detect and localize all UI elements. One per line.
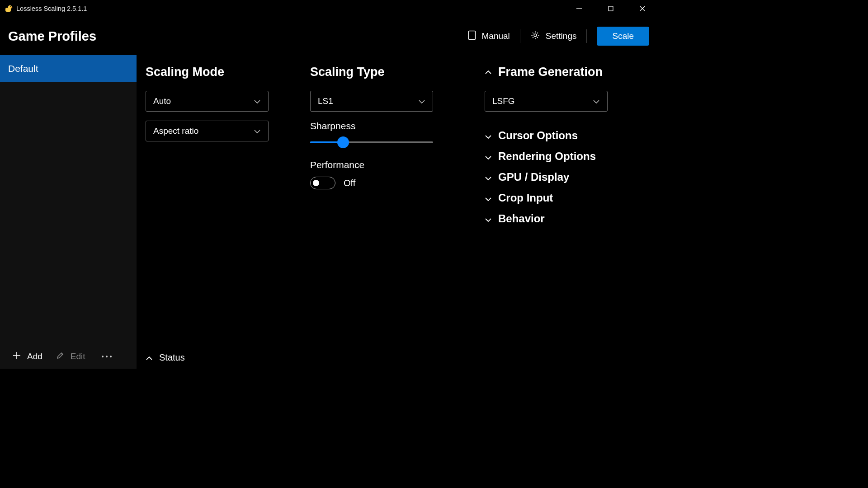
svg-point-8 [534, 34, 537, 37]
chevron-down-icon [485, 212, 492, 225]
manual-button[interactable]: Manual [458, 25, 519, 47]
accordion-behavior[interactable]: Behavior [485, 208, 649, 229]
body: Default Add Edit [0, 55, 658, 369]
slider-thumb[interactable] [337, 136, 349, 148]
chevron-down-icon [593, 96, 600, 106]
col-scaling-type: Scaling Type LS1 Sharpness Pe [310, 65, 485, 346]
performance-toggle-row: Off [310, 177, 476, 189]
profiles-list: Default [0, 55, 137, 344]
maximize-button[interactable] [595, 0, 627, 17]
edit-profile-button[interactable]: Edit [56, 352, 85, 362]
combo-value: LS1 [318, 96, 333, 106]
page-title: Game Profiles [8, 29, 96, 44]
svg-line-11 [61, 353, 62, 355]
combo-value: Aspect ratio [153, 126, 198, 136]
combo-value: LSFG [492, 96, 515, 106]
accordion-gpu-display[interactable]: GPU / Display [485, 167, 649, 188]
chevron-up-icon [485, 68, 492, 76]
chevron-down-icon [485, 171, 492, 183]
chevron-down-icon [485, 192, 492, 204]
status-bar[interactable]: Status [137, 346, 658, 369]
svg-rect-4 [609, 6, 613, 11]
profile-label: Default [8, 63, 38, 74]
settings-label: Settings [546, 31, 577, 41]
more-button[interactable] [99, 356, 114, 357]
slider-track [310, 141, 433, 143]
chevron-down-icon [485, 129, 492, 142]
sharpness-label: Sharpness [310, 121, 476, 131]
main: Scaling Mode Auto Aspect ratio [137, 55, 658, 369]
accordion-label: GPU / Display [498, 171, 569, 183]
performance-toggle[interactable] [310, 177, 335, 189]
svg-rect-0 [5, 8, 11, 12]
minimize-button[interactable] [563, 0, 595, 17]
col-accordions: Frame Generation LSFG Cursor Options [485, 65, 658, 346]
window-controls [563, 0, 658, 17]
frame-generation-combo[interactable]: LSFG [485, 91, 608, 112]
add-label: Add [27, 352, 42, 361]
svg-point-1 [8, 5, 12, 9]
frame-generation-title: Frame Generation [498, 65, 603, 79]
sharpness-slider[interactable] [310, 138, 433, 147]
performance-label: Performance [310, 160, 476, 170]
scale-button[interactable]: Scale [597, 27, 649, 46]
accordion-crop-input[interactable]: Crop Input [485, 188, 649, 208]
scaling-fit-combo[interactable]: Aspect ratio [146, 121, 269, 141]
chevron-up-icon [146, 352, 153, 363]
profile-item-default[interactable]: Default [0, 55, 137, 82]
svg-line-6 [640, 6, 645, 11]
status-label: Status [159, 352, 185, 363]
svg-point-2 [10, 6, 11, 7]
manual-icon [468, 30, 476, 42]
performance-state: Off [344, 178, 355, 188]
svg-rect-7 [469, 31, 476, 39]
accordion-label: Crop Input [498, 192, 553, 204]
scaling-mode-combo[interactable]: Auto [146, 91, 269, 112]
chevron-down-icon [485, 150, 492, 163]
titlebar-left: Lossless Scaling 2.5.1.1 [5, 5, 87, 13]
manual-label: Manual [481, 31, 509, 41]
gear-icon [530, 30, 540, 42]
chevron-down-icon [418, 96, 425, 106]
chevron-down-icon [254, 96, 261, 106]
plus-icon [13, 352, 21, 362]
accordion-label: Rendering Options [498, 150, 596, 163]
header-row: Game Profiles Manual Settings Scale [0, 17, 658, 55]
chevron-down-icon [254, 126, 261, 136]
app-window: Lossless Scaling 2.5.1.1 Game Profiles M… [0, 0, 658, 369]
combo-value: Auto [153, 96, 171, 106]
scaling-type-title: Scaling Type [310, 65, 476, 79]
separator [586, 29, 587, 43]
frame-generation-header[interactable]: Frame Generation [485, 65, 649, 79]
svg-line-5 [640, 6, 645, 11]
app-icon [5, 5, 13, 13]
scaling-mode-title: Scaling Mode [146, 65, 301, 79]
add-profile-button[interactable]: Add [13, 352, 42, 362]
accordion-label: Behavior [498, 212, 545, 225]
window-title: Lossless Scaling 2.5.1.1 [16, 5, 87, 12]
edit-label: Edit [71, 352, 85, 361]
accordion-rendering-options[interactable]: Rendering Options [485, 146, 649, 167]
titlebar: Lossless Scaling 2.5.1.1 [0, 0, 658, 17]
columns: Scaling Mode Auto Aspect ratio [137, 55, 658, 346]
col-scaling-mode: Scaling Mode Auto Aspect ratio [137, 65, 310, 346]
scaling-type-combo[interactable]: LS1 [310, 91, 433, 112]
close-button[interactable] [627, 0, 658, 17]
accordion-label: Cursor Options [498, 129, 578, 142]
header-actions: Manual Settings Scale [458, 25, 649, 47]
sidebar: Default Add Edit [0, 55, 137, 369]
pencil-icon [56, 352, 64, 362]
sidebar-footer: Add Edit [0, 344, 137, 369]
settings-button[interactable]: Settings [520, 25, 587, 47]
toggle-knob [313, 180, 319, 186]
accordion-cursor-options[interactable]: Cursor Options [485, 125, 649, 146]
